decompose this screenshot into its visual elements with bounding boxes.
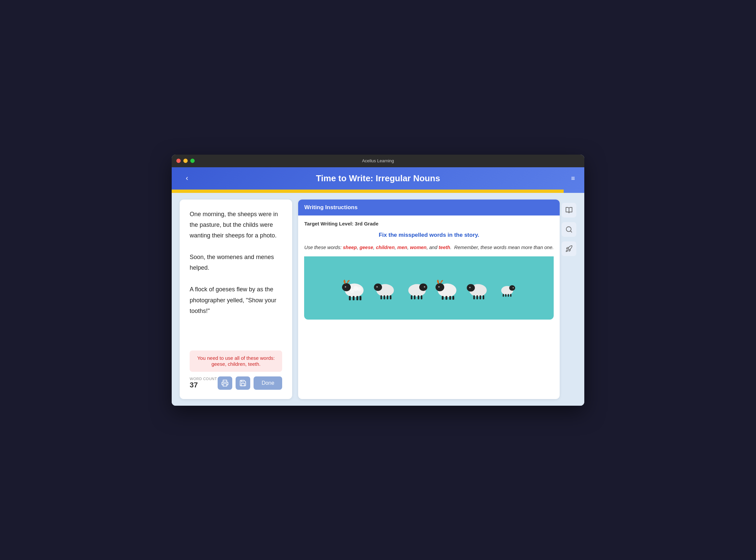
error-text: You need to use all of these words: gees… — [197, 355, 275, 367]
instructions-header: Writing Instructions — [298, 200, 560, 216]
title-bar: Acellus Learning — [172, 155, 584, 167]
word-list: Use these words: sheep, geese, children,… — [304, 243, 554, 252]
svg-rect-32 — [442, 296, 444, 300]
sheep-3 — [402, 275, 430, 300]
instructions-body: Target Writing Level: 3rd Grade Fix the … — [298, 216, 560, 325]
word-count-number: 37 — [190, 381, 217, 389]
svg-point-31 — [439, 287, 439, 287]
svg-rect-18 — [387, 295, 388, 299]
sheep-illustration — [304, 256, 554, 320]
svg-point-15 — [377, 287, 377, 287]
svg-rect-0 — [223, 383, 227, 386]
word-women: women — [410, 245, 427, 250]
svg-rect-19 — [390, 295, 391, 299]
right-column: Writing Instructions Target Writing Leve… — [298, 200, 576, 399]
svg-rect-40 — [473, 295, 475, 299]
word-teeth: teeth — [439, 245, 450, 250]
svg-point-11 — [350, 289, 354, 293]
svg-rect-34 — [449, 296, 451, 300]
svg-rect-35 — [452, 296, 454, 300]
sheep-4 — [433, 275, 461, 300]
svg-point-21 — [419, 284, 427, 291]
svg-rect-42 — [480, 295, 481, 299]
svg-rect-16 — [380, 295, 382, 299]
svg-rect-43 — [483, 295, 484, 299]
maximize-button[interactable] — [190, 159, 195, 163]
sheep-2 — [371, 275, 399, 300]
instructions-card: Writing Instructions Target Writing Leve… — [298, 200, 560, 399]
save-button[interactable] — [236, 376, 250, 390]
svg-rect-17 — [384, 295, 385, 299]
book-button[interactable] — [562, 203, 576, 218]
side-icons — [562, 200, 576, 399]
word-count-label: WORD COUNT — [190, 377, 217, 381]
page-header: ‹ Time to Write: Irregular Nouns ≡ — [172, 167, 584, 189]
word-men: men — [397, 245, 407, 250]
svg-rect-24 — [411, 295, 412, 299]
word-sheep: sheep — [343, 245, 357, 250]
svg-rect-5 — [349, 296, 351, 300]
sheep-5 — [464, 275, 492, 300]
instructions-header-title: Writing Instructions — [304, 204, 357, 211]
svg-point-45 — [509, 285, 515, 291]
search-button[interactable] — [562, 222, 576, 237]
target-level: Target Writing Level: 3rd Grade — [304, 221, 554, 226]
word-count-section: WORD COUNT 37 — [190, 377, 217, 389]
svg-rect-50 — [507, 294, 509, 297]
writing-panel: One morning, the sheeps were in the past… — [180, 200, 292, 399]
svg-point-4 — [345, 287, 346, 287]
svg-point-47 — [513, 287, 513, 288]
svg-rect-49 — [505, 294, 506, 297]
fix-instruction: Fix the misspelled words in the story. — [304, 231, 554, 239]
minimize-button[interactable] — [183, 159, 188, 163]
svg-rect-33 — [446, 296, 448, 300]
writing-textarea[interactable]: One morning, the sheeps were in the past… — [190, 209, 282, 345]
window-controls — [176, 159, 195, 163]
sheep-1 — [340, 275, 368, 300]
print-button[interactable] — [218, 376, 232, 390]
svg-rect-26 — [418, 295, 419, 299]
svg-point-2 — [342, 283, 351, 291]
svg-point-39 — [469, 287, 470, 288]
svg-point-37 — [466, 284, 474, 292]
menu-button[interactable]: ≡ — [563, 175, 575, 182]
svg-rect-48 — [502, 294, 504, 297]
svg-line-53 — [570, 231, 571, 232]
writing-footer: WORD COUNT 37 — [190, 376, 282, 390]
rocket-button[interactable] — [562, 241, 576, 256]
close-button[interactable] — [176, 159, 181, 163]
svg-rect-25 — [414, 295, 415, 299]
svg-rect-7 — [356, 296, 358, 300]
svg-point-23 — [424, 287, 425, 287]
svg-rect-41 — [477, 295, 478, 299]
progress-bar-container — [172, 189, 584, 193]
svg-point-10 — [357, 287, 362, 291]
footer-buttons: Done — [218, 376, 282, 390]
back-button[interactable]: ‹ — [181, 174, 193, 183]
progress-bar-fill — [172, 189, 564, 193]
svg-rect-8 — [360, 296, 361, 300]
app-window: Acellus Learning ‹ Time to Write: Irregu… — [172, 155, 584, 406]
svg-point-29 — [435, 283, 444, 291]
window-title: Acellus Learning — [362, 158, 394, 163]
sheep-6 — [495, 278, 518, 298]
svg-rect-27 — [421, 295, 422, 299]
done-button[interactable]: Done — [254, 376, 282, 390]
page-title: Time to Write: Irregular Nouns — [193, 173, 563, 184]
content-area: One morning, the sheeps were in the past… — [172, 193, 584, 406]
word-geese: geese — [360, 245, 373, 250]
svg-point-13 — [374, 284, 382, 291]
word-children: children — [376, 245, 395, 250]
error-banner: You need to use all of these words: gees… — [190, 351, 282, 372]
svg-rect-6 — [353, 296, 355, 300]
svg-rect-51 — [510, 294, 511, 297]
